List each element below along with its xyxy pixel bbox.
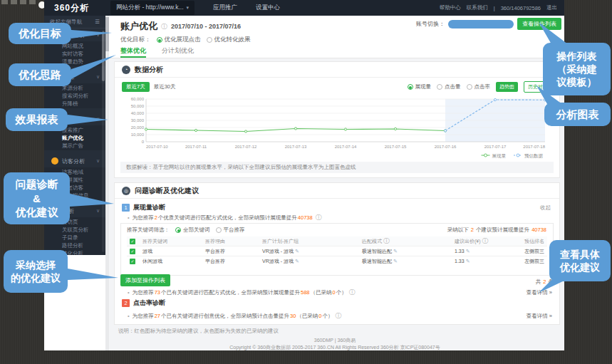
- visitors-section-icon: [51, 157, 58, 165]
- chevron-down-icon: ∨: [96, 74, 100, 80]
- metric-clicks-option[interactable]: 点击量: [437, 83, 461, 90]
- sidebar-item-related-pages[interactable]: 关联页分析: [44, 226, 105, 234]
- logout-link[interactable]: 退出: [546, 4, 557, 11]
- sidebar-scrollbar[interactable]: [102, 30, 105, 252]
- diagnosis-card: ◎ 问题诊断及优化建议 1 展现量诊断 收起 • 为您推荐 2 个优质关键词进行…: [114, 182, 560, 325]
- nav-settings-center[interactable]: 设置中心: [256, 4, 280, 12]
- add-to-operations-button[interactable]: 添加至操作列表: [120, 274, 170, 286]
- radio-icon: [467, 84, 472, 90]
- sidebar-item-rank-changes[interactable]: 升降榜: [44, 100, 105, 108]
- trend-chart: 010,00020,00030,00040,00050,00060,000201…: [120, 95, 555, 159]
- goal-option-impression-click[interactable]: 优化展现点击: [157, 36, 201, 44]
- edit-icon[interactable]: ✎: [295, 249, 299, 254]
- filter-all-keywords-option[interactable]: 全部关键词: [175, 227, 210, 234]
- contact-us-link[interactable]: 联系我们: [467, 4, 488, 11]
- account-switch-label: 账号切换：: [416, 20, 445, 28]
- trend-chart-button[interactable]: 趋势图: [496, 82, 518, 92]
- edit-icon[interactable]: ✎: [393, 259, 398, 264]
- svg-text:30,000: 30,000: [131, 118, 145, 123]
- radio-selected-icon: [408, 84, 413, 90]
- collapse-link[interactable]: 收起: [540, 204, 551, 212]
- sidebar-item-search-terms[interactable]: 搜索词分析: [44, 92, 105, 100]
- svg-text:0: 0: [142, 140, 145, 144]
- info-icon[interactable]: ⓘ: [349, 288, 356, 297]
- divider: |: [494, 5, 495, 11]
- tab-overall-optimization[interactable]: 整体优化: [120, 45, 146, 58]
- impression-suggestion-summary: • 为您推荐 2 个优质关键词进行匹配方式优化，全部采纳预计展现量提升 4073…: [128, 213, 552, 222]
- goal-label: 优化目标：: [120, 36, 151, 44]
- info-icon[interactable]: ⓘ: [482, 237, 489, 244]
- backdrop-square: [1, 0, 8, 4]
- tab-per-plan-optimization[interactable]: 分计划优化: [162, 45, 194, 58]
- radio-selected-icon: [157, 37, 162, 43]
- content-scrollbar[interactable]: [105, 16, 109, 350]
- radio-selected-icon: [175, 227, 181, 233]
- info-icon[interactable]: ⓘ: [336, 311, 342, 321]
- existing-keyword-suggestion-summary: • 为您推荐 73 个已有关键词进行匹配方式优化，全部采纳预计展现量提升 588…: [128, 288, 552, 297]
- metric-impressions-option[interactable]: 展现量: [408, 83, 432, 90]
- view-operations-button[interactable]: 查看操作列表: [517, 18, 561, 30]
- date-range[interactable]: 2017/07/10 - 2017/07/16: [171, 23, 241, 30]
- edit-icon[interactable]: ✎: [393, 249, 398, 254]
- svg-text:2017-07-11: 2017-07-11: [185, 145, 207, 149]
- range-7days-button[interactable]: 最近7天: [122, 82, 150, 92]
- ctr-suggestion-summary: • 为您推荐 27 个已有关键词进行创意优化，全部采纳预计点击量提升 30（已采…: [128, 311, 552, 321]
- caret-down-icon: ▾: [187, 5, 190, 11]
- table-header-row: ✓ 推荐关键词 推荐理由 推广计划-推广组 匹配模式 ⓘ 建议出价(¥) ⓘ 预…: [127, 236, 547, 246]
- sidebar-item-display-ads[interactable]: 展示广告: [44, 142, 105, 150]
- keyword-table: ✓ 推荐关键词 推荐理由 推广计划-推广组 匹配模式 ⓘ 建议出价(¥) ⓘ 预…: [127, 236, 547, 266]
- sidebar-item-subdirectory[interactable]: 子目录: [44, 234, 105, 241]
- section-1-badge: 1: [122, 204, 130, 212]
- annotated-screenshot-canvas: 360分析 网站分析 - http://www.k... ▾ 应用推广 设置中心…: [0, 0, 612, 364]
- account-id: 360/1406792586: [501, 5, 541, 11]
- svg-text:20,000: 20,000: [131, 125, 145, 130]
- section-2-badge: 2: [122, 299, 130, 307]
- info-icon[interactable]: ⓘ: [383, 237, 390, 244]
- goal-option-conversion[interactable]: 优化转化效果: [207, 36, 251, 44]
- edit-icon[interactable]: ✎: [466, 259, 470, 264]
- info-icon[interactable]: ⓘ: [161, 22, 167, 31]
- info-icon[interactable]: ⓘ: [316, 213, 322, 222]
- svg-text:2017-07-13: 2017-07-13: [285, 145, 307, 149]
- chart-note: 数据解读：基于您网站以往的展现量水平，采纳以下全部建议后预估的展现量水平为上图蓝…: [120, 162, 554, 173]
- nav-site-analysis[interactable]: 网站分析 - http://www.k... ▾: [110, 1, 195, 15]
- edit-icon[interactable]: ✎: [466, 249, 470, 254]
- topbar-links: 帮助中心 联系我们 | 360/1406792586 退出: [440, 4, 557, 11]
- metric-ctr-option[interactable]: 点击率: [467, 83, 491, 90]
- row-checkbox[interactable]: ✓: [130, 259, 135, 264]
- svg-text:展现量: 展现量: [492, 153, 507, 159]
- sidebar-item-realtime-visitors[interactable]: 实时访客: [44, 50, 105, 58]
- row-checkbox[interactable]: ✓: [130, 249, 135, 254]
- range-30days-button[interactable]: 最近30天: [150, 82, 180, 92]
- radio-icon: [437, 84, 442, 90]
- filter-platform-recommended-option[interactable]: 平台推荐: [216, 227, 245, 234]
- table-row: ✓ 休闲游戏 平台推荐 VR游戏 - 游戏✎ 极速智能匹配✎ 1.33✎ 左侧前…: [127, 256, 547, 266]
- view-details-link[interactable]: 查看详情 »: [527, 313, 552, 320]
- edit-icon[interactable]: ✎: [295, 259, 299, 264]
- sidebar-section-visitors[interactable]: 访客分析 ∨: [44, 155, 105, 167]
- page-title: 账户优化: [120, 20, 157, 33]
- top-navbar: 360分析 网站分析 - http://www.k... ▾ 应用推广 设置中心…: [44, 0, 564, 16]
- backdrop-square: [20, 0, 26, 4]
- svg-text:10,000: 10,000: [131, 132, 145, 137]
- data-analysis-title: 数据分析: [135, 65, 163, 75]
- app-window: 360分析 网站分析 - http://www.k... ▾ 应用推广 设置中心…: [44, 0, 564, 350]
- chevron-down-icon: ∨: [96, 158, 100, 164]
- backdrop-square: [29, 0, 36, 4]
- nav-app-promotion[interactable]: 应用推广: [213, 4, 237, 12]
- svg-text:2017-07-10: 2017-07-10: [146, 145, 168, 149]
- svg-text:预估数据: 预估数据: [524, 153, 544, 159]
- diagnosis-title: 问题诊断及优化建议: [135, 186, 199, 196]
- filter-label: 推荐关键词筛选：: [127, 227, 170, 234]
- sidebar-item-path-analysis[interactable]: 路径分析: [44, 241, 105, 249]
- select-all-checkbox[interactable]: ✓: [130, 239, 135, 244]
- sidebar-item-account-optimization[interactable]: 账户优化: [44, 134, 105, 142]
- help-center-link[interactable]: 帮助中心: [440, 4, 461, 11]
- account-select-dropdown[interactable]: [448, 20, 514, 28]
- adopt-hint: 采纳以下 2 个建议预计展现量提升 40738: [447, 227, 547, 234]
- impression-diagnosis-header: 1 展现量诊断: [122, 203, 165, 212]
- svg-text:50,000: 50,000: [131, 104, 145, 108]
- view-details-link[interactable]: 查看详情 »: [527, 289, 552, 296]
- footer-brand: 360DMP | 360商易: [105, 337, 564, 344]
- diagnosis-section-icon: ◎: [122, 187, 130, 195]
